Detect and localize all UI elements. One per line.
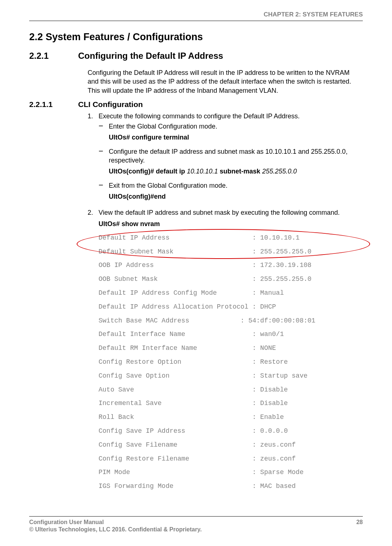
subsubsection-heading-2-2-1-1: 2.2.1.1 CLI Configuration: [29, 100, 363, 109]
cli-output-line: Config Save Filename : zeus.conf: [99, 438, 363, 452]
cli-output-line: Switch Base MAC Address : 54:df:00:00:08…: [99, 314, 363, 328]
footer-page-number: 28: [341, 519, 363, 526]
subsection-title: Configuring the Default IP Address: [78, 51, 223, 61]
cmd-arg: 10.10.10.1: [187, 168, 218, 175]
substep-text: Configure the default IP address and sub…: [109, 147, 363, 165]
cli-output-line: Config Save IP Address : 0.0.0.0: [99, 424, 363, 438]
step-1: 1. Execute the following commands to con…: [88, 112, 363, 206]
cli-output-line: Default RM Interface Name : NONE: [99, 341, 363, 355]
section-title: System Features / Configurations: [46, 31, 203, 42]
subsubsection-number: 2.2.1.1: [29, 100, 78, 109]
cli-output-line: Default IP Address : 10.10.10.1: [99, 231, 363, 245]
substep-1c: − Exit from the Global Configuration mod…: [99, 181, 363, 204]
cli-output-line: OOB Subnet Mask : 255.255.255.0: [99, 272, 363, 286]
footer-title: Configuration User Manual: [29, 519, 341, 526]
cmd-arg: 255.255.0.0: [262, 168, 297, 175]
page-header: CHAPTER 2: SYSTEM FEATURES: [29, 11, 363, 21]
cli-output-line: Roll Back : Enable: [99, 411, 363, 424]
subsection-number: 2.2.1: [29, 51, 78, 61]
page: CHAPTER 2: SYSTEM FEATURES 2.2 System Fe…: [0, 0, 392, 546]
dash-icon: −: [99, 181, 109, 204]
footer-copyright: © Ulterius Technologies, LLC 2016. Confi…: [29, 526, 363, 533]
cmd-prefix: UltOs(config)# default ip: [109, 168, 187, 175]
cli-output-line: Config Save Option : Startup save: [99, 369, 363, 383]
cli-output-line: OOB IP Address : 172.30.19.108: [99, 259, 363, 272]
cli-output-line: Auto Save : Disable: [99, 383, 363, 397]
section-heading-2-2: 2.2 System Features / Configurations: [29, 31, 363, 43]
cli-output-line: Default IP Address Allocation Protocol :…: [99, 300, 363, 314]
substep-text: Exit from the Global Configuration mode.: [109, 181, 363, 190]
step-text: Execute the following commands to config…: [99, 112, 363, 121]
substep-1b: − Configure the default IP address and s…: [99, 147, 363, 179]
cli-output-line: Default Subnet Mask : 255.255.255.0: [99, 245, 363, 259]
step-number: 2.: [88, 208, 99, 217]
cli-output-line: Config Restore Filename : zeus.conf: [99, 452, 363, 466]
substep-text: Enter the Global Configuration mode.: [109, 122, 363, 131]
cli-output-line: IGS Forwarding Mode : MAC based: [99, 480, 363, 493]
cli-command: UltOs(config)#end: [109, 192, 363, 201]
section-number: 2.2: [29, 31, 43, 42]
dash-icon: −: [99, 147, 109, 179]
substep-1a: − Enter the Global Configuration mode. U…: [99, 122, 363, 145]
subsection-heading-2-2-1: 2.2.1 Configuring the Default IP Address: [29, 51, 363, 61]
cli-command: UltOs(config)# default ip 10.10.10.1 sub…: [109, 167, 363, 176]
steps-list: 1. Execute the following commands to con…: [88, 112, 363, 228]
cli-output-line: Default Interface Name : wan0/1: [99, 328, 363, 341]
cli-command-show-nvram: UltOs# show nvram: [99, 219, 363, 228]
cli-output-line: Incremental Save : Disable: [99, 397, 363, 411]
cli-output-line: Default IP Address Config Mode : Manual: [99, 286, 363, 300]
cli-command: UltOs# configure terminal: [109, 133, 363, 142]
page-footer: Configuration User Manual 28 © Ulterius …: [29, 516, 363, 533]
intro-paragraph: Configuring the Default IP Address will …: [88, 68, 359, 95]
step-text: View the default IP address and subnet m…: [99, 208, 363, 217]
cli-output-line: Config Restore Option : Restore: [99, 355, 363, 369]
chapter-label: CHAPTER 2: SYSTEM FEATURES: [264, 11, 363, 18]
subsubsection-title: CLI Configuration: [78, 100, 143, 109]
dash-icon: −: [99, 122, 109, 145]
cli-output-block: Default IP Address : 10.10.10.1 Default …: [99, 231, 363, 493]
step-number: 1.: [88, 112, 99, 206]
cmd-mid: subnet-mask: [218, 168, 262, 175]
cli-output-line: PIM Mode : Sparse Mode: [99, 466, 363, 480]
step-2: 2. View the default IP address and subne…: [88, 208, 363, 217]
